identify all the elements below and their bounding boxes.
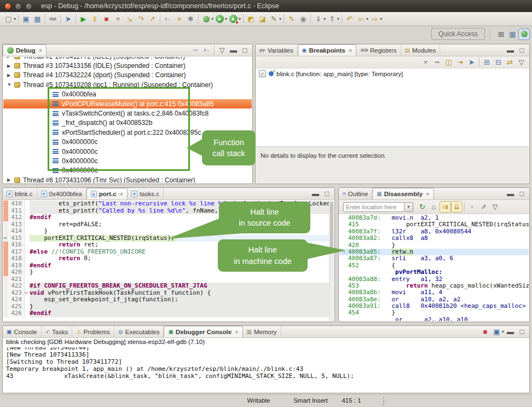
code-line[interactable]: ets_printf("Last non-recursive lock %s l…	[30, 200, 334, 208]
code-line[interactable]: ets_printf("Called by %s line %d\n", fnN…	[30, 208, 334, 215]
goto-breakpoint-file-icon[interactable]: ⇥	[454, 56, 466, 68]
debug-icon[interactable]	[200, 13, 212, 25]
code-line[interactable]: }	[30, 303, 334, 311]
skip-all-breakpoints-icon[interactable]: ➤	[62, 13, 74, 25]
breakpoint-row[interactable]: ✓ blink.c [function: app_main] [type: Te…	[256, 68, 529, 79]
maximize-icon[interactable]: □	[516, 188, 528, 199]
tab-modules[interactable]: ▤Modules	[401, 44, 441, 56]
annotation-margin[interactable]	[3, 296, 8, 303]
step-over-icon[interactable]: ↷	[135, 13, 147, 25]
expand-arrow-icon[interactable]: ▶	[7, 177, 13, 182]
disconnect-icon[interactable]: ×	[112, 13, 124, 25]
debug-thread-row[interactable]: ▶Thread #2 1073411772 (IDLE) (Suspended …	[3, 57, 252, 61]
collapse-all-icon[interactable]: ⊟	[493, 56, 504, 68]
maximize-window-button[interactable]	[25, 3, 32, 10]
annotation-margin[interactable]	[3, 200, 8, 208]
tab-debug[interactable]: Debug ×	[3, 44, 47, 56]
annotation-margin[interactable]	[3, 303, 8, 311]
code-line[interactable]: ret=pdFALSE;	[30, 221, 334, 228]
mark-occurrences-icon[interactable]: ✎	[286, 13, 297, 25]
annotation-margin[interactable]	[3, 255, 8, 262]
annotation-margin[interactable]	[3, 310, 8, 317]
line-number[interactable]: 418	[8, 255, 25, 262]
disassembly-line[interactable]: 40083a8b: movi a11, 4	[339, 289, 529, 296]
refresh-icon[interactable]: ↻	[417, 201, 428, 213]
tab-problems[interactable]: ⚠Problems	[72, 326, 114, 337]
code-line[interactable]: portEXIT_CRITICAL_NESTED(irqStatus);	[30, 235, 334, 242]
annotation-margin[interactable]	[3, 214, 8, 221]
instruction-stepping-icon[interactable]: i→	[162, 13, 174, 25]
suspend-icon[interactable]: Ⅱ	[89, 13, 101, 25]
open-element-icon[interactable]: ◩	[245, 13, 257, 25]
annotation-margin[interactable]	[3, 283, 8, 290]
tab-blink-c[interactable]: cblink.c	[3, 188, 37, 199]
tab-tasks-c[interactable]: ctasks.c	[128, 188, 164, 199]
display-console-dropdown[interactable]: ▾	[502, 329, 504, 334]
location-input[interactable]	[343, 202, 404, 212]
code-line[interactable]: #endif	[30, 310, 334, 317]
fold-toggle-icon[interactable]: ⊖	[25, 290, 30, 297]
debug-frame-row[interactable]: 0x4000000c	[3, 137, 252, 147]
open-perspective-icon[interactable]: ⊞	[495, 28, 507, 40]
previous-annotation-icon[interactable]: ⇑	[326, 13, 338, 25]
expand-arrow-icon[interactable]: ▶	[7, 64, 13, 68]
maximize-icon[interactable]: □	[516, 44, 528, 56]
tab-breakpoints[interactable]: ◉Breakpoints×	[298, 44, 357, 56]
next-annotation-dropdown[interactable]: ▾	[323, 16, 326, 21]
location-dropdown[interactable]: ▾	[404, 202, 413, 212]
sync-context-icon[interactable]: ⇉	[440, 201, 451, 213]
new-wizard-dropdown[interactable]: ▾	[14, 16, 16, 21]
terminate-icon[interactable]: ■	[101, 13, 112, 25]
minimize-icon[interactable]: ▬	[505, 188, 516, 199]
code-line[interactable]: #if CONFIG_FREERTOS_BREAK_ON_SCHEDULER_S…	[30, 283, 334, 290]
annotation-margin[interactable]	[3, 221, 8, 228]
annotation-margin[interactable]	[3, 242, 8, 249]
terminate-icon[interactable]: ■	[479, 326, 491, 337]
line-number[interactable]: 422	[8, 283, 25, 290]
instruction-stepping-toggle-icon[interactable]: i→	[201, 44, 212, 56]
disassembly-line[interactable]: 40083a82: callx8 a8	[339, 235, 529, 242]
debug-perspective-icon[interactable]	[518, 28, 530, 40]
close-icon[interactable]: ×	[426, 191, 429, 197]
expand-arrow-icon[interactable]: ▼	[7, 82, 13, 87]
resume-icon[interactable]: ▶	[78, 13, 89, 25]
close-icon[interactable]: ×	[349, 47, 352, 54]
code-line[interactable]: }	[30, 228, 334, 235]
debug-frame-row[interactable]: 0x4000000c	[3, 156, 252, 165]
disassembly-line[interactable]: or a2, a10, a10	[339, 317, 529, 321]
tab-disassembly[interactable]: ▦Disassembly×	[372, 188, 433, 199]
external-tools-dropdown[interactable]: ▾	[239, 16, 241, 21]
maximize-icon[interactable]: □	[239, 44, 251, 56]
minimize-icon[interactable]: ▬	[505, 326, 516, 337]
code-line[interactable]: #endif	[30, 262, 334, 270]
expand-arrow-icon[interactable]: ▶	[7, 73, 13, 78]
skip-all-breakpoints-icon[interactable]: ➤	[466, 56, 477, 68]
tab-debugger-console[interactable]: ▣Debugger Console×	[164, 326, 242, 337]
step-return-icon[interactable]: ↗	[147, 13, 158, 25]
annotation-margin[interactable]	[3, 290, 8, 297]
tab-executables[interactable]: ◎Executables	[114, 326, 164, 337]
line-number[interactable]: 410	[8, 200, 25, 208]
new-wizard-icon[interactable]: ▢	[3, 13, 14, 25]
debug-frame-row[interactable]: xPortStartScheduler() at port.c:222 0x40…	[3, 128, 252, 137]
code-line[interactable]: #else //!CONFIG_FREERTOS_UNICORE	[30, 249, 334, 256]
save-all-icon[interactable]: ▩	[32, 13, 43, 25]
expand-arrow-icon[interactable]: ▶	[7, 57, 13, 59]
run-dropdown[interactable]: ▾	[225, 16, 227, 21]
close-icon[interactable]: ×	[39, 47, 42, 54]
line-number[interactable]: 416	[8, 242, 25, 249]
tab-0x4000bfea[interactable]: c0x4000bfea	[37, 188, 86, 199]
tab-registers[interactable]: 1010Registers	[356, 44, 401, 56]
disassembly-line[interactable]: 40083a87: srli a3, a0, 6	[339, 255, 529, 262]
pin-view-icon[interactable]: ⇗	[478, 201, 489, 213]
expand-all-icon[interactable]: ⊞	[481, 56, 493, 68]
open-resource-icon[interactable]: ◪	[257, 13, 268, 25]
debug-thread-row[interactable]: ▶Thread #6 1073431096 (Tmr Svc) (Suspend…	[3, 175, 252, 183]
close-icon[interactable]: ×	[120, 191, 123, 197]
search-icon[interactable]: ✎	[268, 13, 280, 25]
editor-scrollbar[interactable]	[329, 200, 334, 321]
disassembly-line[interactable]: 415 portEXIT_CRITICAL_NESTED(irqStatus)	[339, 221, 529, 228]
view-menu-icon[interactable]: ▽	[516, 56, 527, 68]
line-number[interactable]: 424	[8, 296, 25, 303]
view-menu-icon[interactable]: ▽	[489, 201, 501, 213]
